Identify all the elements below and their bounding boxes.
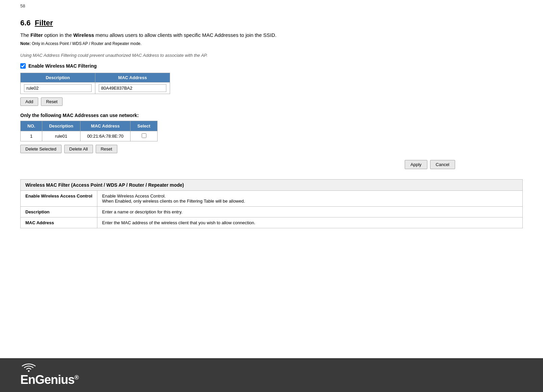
mac-address-input[interactable] — [99, 84, 166, 92]
mac-list-no-header: NO. — [21, 121, 42, 131]
ref-table-row: Enable Wireless Access Control Enable Wi… — [21, 190, 523, 206]
ref-table-row: MAC Address Enter the MAC address of the… — [21, 217, 523, 228]
mac-list-desc-cell: rule01 — [42, 131, 80, 141]
wifi-icon — [20, 363, 37, 373]
enable-mac-filter-checkbox[interactable] — [20, 63, 26, 69]
mac-list-label: Only the following MAC Addresses can use… — [20, 113, 523, 118]
apply-button[interactable]: Apply — [405, 160, 427, 169]
ref-table-field-name: Enable Wireless Access Control — [21, 190, 97, 206]
enable-mac-filter-row: Enable Wireless MAC Filtering — [20, 63, 523, 69]
registered-symbol: ® — [74, 374, 78, 381]
ref-table-field-desc: Enter the MAC address of the wireless cl… — [97, 217, 523, 228]
description-input[interactable] — [24, 84, 92, 92]
intro-text-middle: option in the — [43, 32, 73, 38]
section-heading: 6.6 Filter — [20, 19, 523, 27]
delete-selected-button[interactable]: Delete Selected — [20, 145, 62, 153]
mac-list-select-header: Select — [131, 121, 157, 131]
add-table-mac-header: MAC Address — [95, 73, 170, 82]
apply-cancel-row: Apply Cancel — [20, 160, 523, 169]
svg-point-0 — [28, 370, 30, 372]
note-label: Note: — [20, 41, 31, 46]
logo-text: EnGenius® — [20, 373, 78, 387]
main-content: 6.6 Filter The Filter option in the Wire… — [0, 12, 543, 358]
mac-list-select-checkbox[interactable] — [142, 133, 146, 138]
section-title: Filter — [35, 19, 53, 27]
mac-list-desc-header: Description — [42, 121, 80, 131]
ref-table-header: Wireless MAC Filter (Access Point / WDS … — [21, 179, 523, 190]
delete-buttons-row: Delete Selected Delete All Reset — [20, 145, 523, 153]
enable-mac-filter-label: Enable Wireless MAC Filtering — [28, 63, 97, 69]
mac-list-mac-header: MAC Address — [80, 121, 131, 131]
intro-paragraph: The Filter option in the Wireless menu a… — [20, 31, 523, 39]
reset-top-button[interactable]: Reset — [41, 97, 63, 106]
mac-list-select-cell — [131, 131, 157, 141]
ref-table-field-name: Description — [21, 206, 97, 217]
intro-text-after: menu allows users to allow clients with … — [94, 32, 276, 38]
add-table-desc-cell — [21, 82, 95, 94]
add-reset-row: Add Reset — [20, 97, 523, 106]
cancel-button[interactable]: Cancel — [430, 160, 455, 169]
mac-list-row: 1 rule01 00:21:6A:78:8E:70 — [21, 131, 158, 141]
reference-table: Wireless MAC Filter (Access Point / WDS … — [20, 179, 523, 228]
ref-table-header-row: Wireless MAC Filter (Access Point / WDS … — [21, 179, 523, 190]
ref-table-row: Description Enter a name or description … — [21, 206, 523, 217]
reset-bottom-button[interactable]: Reset — [96, 145, 117, 153]
logo-brand: EnGenius® — [20, 373, 78, 387]
intro-text-before: The — [20, 32, 30, 38]
ref-table-field-name: MAC Address — [21, 217, 97, 228]
ref-table-field-desc: Enter a name or description for this ent… — [97, 206, 523, 217]
note-text: Note: Only in Access Point / WDS AP / Ro… — [20, 41, 523, 46]
mac-list-table: NO. Description MAC Address Select 1 rul… — [20, 121, 158, 141]
note-body: Only in Access Point / WDS AP / Router a… — [31, 41, 142, 46]
mac-filter-note: Using MAC Address Filtering could preven… — [20, 53, 523, 58]
add-button[interactable]: Add — [20, 97, 38, 106]
add-entry-table: Description MAC Address — [20, 73, 170, 94]
ui-section: Using MAC Address Filtering could preven… — [20, 53, 523, 169]
add-table-mac-cell — [95, 82, 170, 94]
intro-wireless-bold: Wireless — [73, 32, 94, 38]
delete-all-button[interactable]: Delete All — [64, 145, 93, 153]
intro-filter-bold: Filter — [30, 32, 43, 38]
ref-table-field-desc: Enable Wireless Access Control.When Enab… — [97, 190, 523, 206]
page-number: 58 — [0, 0, 543, 12]
mac-list-mac-cell: 00:21:6A:78:8E:70 — [80, 131, 131, 141]
add-table-desc-header: Description — [21, 73, 95, 82]
section-number: 6.6 — [20, 19, 31, 27]
mac-list-no-cell: 1 — [21, 131, 42, 141]
logo-container: EnGenius® — [20, 363, 78, 387]
footer: EnGenius® — [0, 358, 543, 392]
